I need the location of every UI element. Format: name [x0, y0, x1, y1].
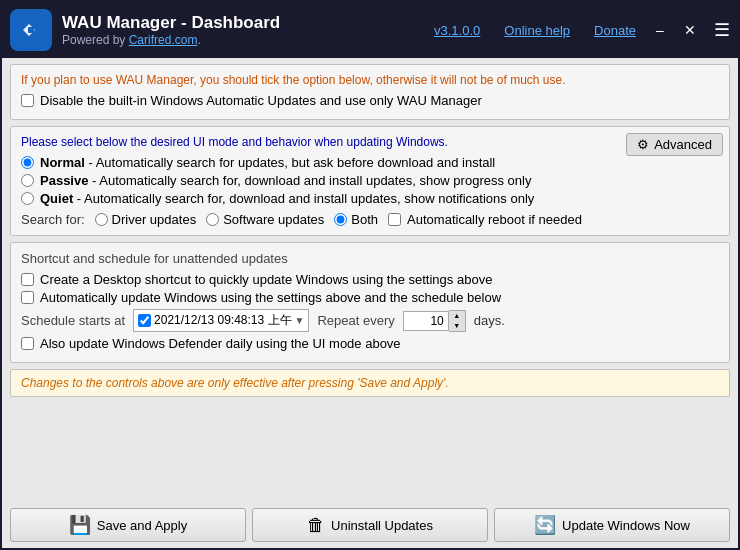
content-area: If you plan to use WAU Manager, you shou… [2, 58, 738, 502]
app-logo [10, 9, 52, 51]
days-label: days. [474, 313, 505, 328]
uninstall-label: Uninstall Updates [331, 518, 433, 533]
titlebar: WAU Manager - Dashboard Powered by Carif… [2, 2, 738, 58]
both-updates-option: Both [334, 212, 378, 227]
mode-normal-row: Normal - Automatically search for update… [21, 155, 719, 170]
titlebar-links: v3.1.0.0 Online help Donate [434, 23, 636, 38]
section1-warning: If you plan to use WAU Manager, you shou… [21, 73, 719, 87]
search-for-row: Search for: Driver updates Software upda… [21, 212, 719, 227]
datetime-picker[interactable]: 2021/12/13 09:48:13 上午 ▼ [133, 309, 309, 332]
software-updates-radio[interactable] [206, 213, 219, 226]
update-now-label: Update Windows Now [562, 518, 690, 533]
mode-passive-label[interactable]: Passive - Automatically search for, down… [40, 173, 531, 188]
help-link[interactable]: Online help [504, 23, 570, 38]
notice-text: Changes to the controls above are only e… [21, 376, 719, 390]
disable-builtin-label[interactable]: Disable the built-in Windows Automatic U… [40, 93, 482, 108]
update-now-button[interactable]: 🔄 Update Windows Now [494, 508, 730, 542]
repeat-label: Repeat every [317, 313, 394, 328]
shortcut-row: Create a Desktop shortcut to quickly upd… [21, 272, 719, 287]
minimize-button[interactable]: – [648, 18, 672, 42]
disable-builtin-checkbox[interactable] [21, 94, 34, 107]
titlebar-controls: – ✕ ☰ [648, 18, 730, 42]
close-button[interactable]: ✕ [678, 18, 702, 42]
save-apply-label: Save and Apply [97, 518, 187, 533]
mode-passive-radio[interactable] [21, 174, 34, 187]
schedule-checkbox[interactable] [138, 314, 151, 327]
shortcut-checkbox[interactable] [21, 273, 34, 286]
save-icon: 💾 [69, 516, 91, 534]
schedule-time-row: Schedule starts at 2021/12/13 09:48:13 上… [21, 309, 719, 332]
auto-update-row: Automatically update Windows using the s… [21, 290, 719, 305]
mode-normal-radio[interactable] [21, 156, 34, 169]
defender-checkbox[interactable] [21, 337, 34, 350]
advanced-label: Advanced [654, 137, 712, 152]
search-for-label: Search for: [21, 212, 85, 227]
repeat-input[interactable] [403, 311, 449, 331]
datetime-dropdown-icon[interactable]: ▼ [295, 315, 305, 326]
footer: 💾 Save and Apply 🗑 Uninstall Updates 🔄 U… [2, 502, 738, 548]
auto-reboot-option: Automatically reboot if needed [388, 212, 582, 227]
subtitle-dot: . [197, 33, 200, 47]
schedule-title: Shortcut and schedule for unattended upd… [21, 251, 719, 266]
uninstall-button[interactable]: 🗑 Uninstall Updates [252, 508, 488, 542]
mode-quiet-row: Quiet - Automatically search for, downlo… [21, 191, 719, 206]
driver-updates-label[interactable]: Driver updates [112, 212, 197, 227]
disable-updates-row: Disable the built-in Windows Automatic U… [21, 93, 719, 108]
spinner-down-button[interactable]: ▼ [449, 321, 465, 331]
driver-updates-radio[interactable] [95, 213, 108, 226]
carifred-link[interactable]: Carifred.com [129, 33, 198, 47]
uninstall-icon: 🗑 [307, 516, 325, 534]
auto-reboot-checkbox[interactable] [388, 213, 401, 226]
section-builtin-updates: If you plan to use WAU Manager, you shou… [10, 64, 730, 120]
svg-rect-1 [28, 27, 34, 33]
schedule-label: Schedule starts at [21, 313, 125, 328]
auto-update-label[interactable]: Automatically update Windows using the s… [40, 290, 501, 305]
mode-quiet-radio[interactable] [21, 192, 34, 205]
app-subtitle: Powered by Carifred.com. [62, 33, 434, 47]
spinner-buttons: ▲ ▼ [449, 310, 466, 332]
software-updates-label[interactable]: Software updates [223, 212, 324, 227]
driver-updates-option: Driver updates [95, 212, 197, 227]
mode-normal-label[interactable]: Normal - Automatically search for update… [40, 155, 495, 170]
defender-row: Also update Windows Defender daily using… [21, 336, 719, 351]
version-link[interactable]: v3.1.0.0 [434, 23, 480, 38]
advanced-button[interactable]: ⚙ Advanced [626, 133, 723, 156]
main-window: WAU Manager - Dashboard Powered by Carif… [0, 0, 740, 550]
software-updates-option: Software updates [206, 212, 324, 227]
section-schedule: Shortcut and schedule for unattended upd… [10, 242, 730, 363]
both-updates-label[interactable]: Both [351, 212, 378, 227]
shortcut-label[interactable]: Create a Desktop shortcut to quickly upd… [40, 272, 492, 287]
notice-section: Changes to the controls above are only e… [10, 369, 730, 397]
app-title: WAU Manager - Dashboard [62, 13, 434, 33]
titlebar-text: WAU Manager - Dashboard Powered by Carif… [62, 13, 434, 47]
mode-passive-row: Passive - Automatically search for, down… [21, 173, 719, 188]
auto-update-checkbox[interactable] [21, 291, 34, 304]
auto-reboot-label[interactable]: Automatically reboot if needed [407, 212, 582, 227]
datetime-value: 2021/12/13 09:48:13 上午 [154, 312, 291, 329]
donate-link[interactable]: Donate [594, 23, 636, 38]
save-apply-button[interactable]: 💾 Save and Apply [10, 508, 246, 542]
both-updates-radio[interactable] [334, 213, 347, 226]
subtitle-prefix: Powered by [62, 33, 129, 47]
repeat-spinner: ▲ ▼ [403, 310, 466, 332]
gear-icon: ⚙ [637, 137, 649, 152]
mode-quiet-label[interactable]: Quiet - Automatically search for, downlo… [40, 191, 534, 206]
ui-mode-hint: Please select below the desired UI mode … [21, 135, 719, 149]
spinner-up-button[interactable]: ▲ [449, 311, 465, 321]
menu-button[interactable]: ☰ [714, 19, 730, 41]
section-ui-mode: Please select below the desired UI mode … [10, 126, 730, 236]
update-icon: 🔄 [534, 516, 556, 534]
defender-label[interactable]: Also update Windows Defender daily using… [40, 336, 401, 351]
